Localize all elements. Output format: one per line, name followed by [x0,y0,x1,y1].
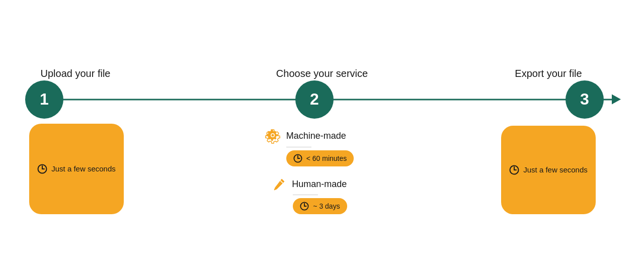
clock-icon-machine [293,154,302,163]
step-1-time-badge: Just a few seconds [29,124,124,214]
step-1-circle: 1 [25,80,63,119]
gear-icon [265,129,280,144]
svg-point-4 [271,134,274,136]
step-2-circle: 2 [295,80,334,119]
human-made-time-badge: ~ 3 days [293,198,347,214]
pencil-icon [272,177,286,192]
machine-made-time-badge: < 60 minutes [286,150,354,166]
clock-icon-3 [509,165,519,175]
human-made-label: Human-made [292,179,347,190]
step-1-label: Upload your file [41,68,111,79]
step-3-time-badge: Just a few seconds [501,126,596,214]
clock-icon-human [300,202,309,211]
clock-icon-1 [37,164,47,174]
step-3-label: Export your file [515,68,582,79]
process-diagram: Upload your file Choose your service Exp… [25,54,619,214]
step-2-label: Choose your service [276,68,368,79]
step-3-circle: 3 [566,80,604,119]
machine-made-label: Machine-made [286,131,346,141]
